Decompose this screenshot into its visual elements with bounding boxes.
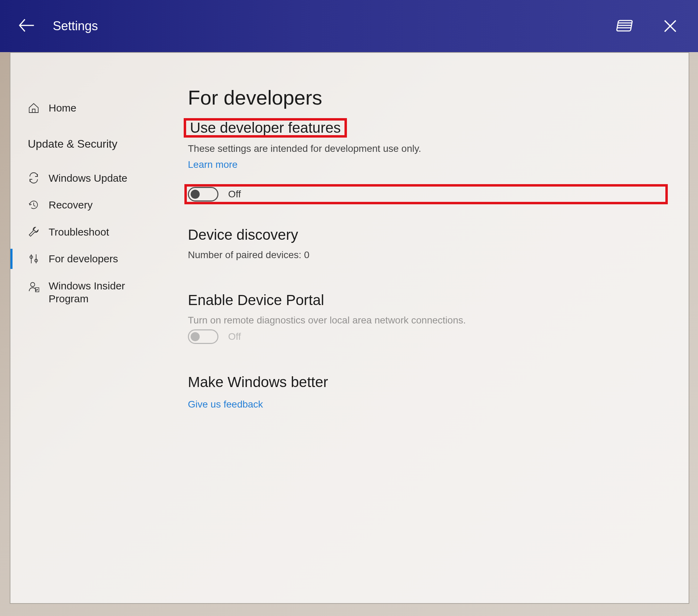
give-feedback-link[interactable]: Give us feedback — [188, 399, 263, 410]
tablet-mode-icon — [615, 18, 635, 34]
titlebar: Settings — [0, 0, 698, 52]
developer-features-toggle[interactable] — [188, 187, 218, 202]
learn-more-link[interactable]: Learn more — [188, 159, 238, 170]
svg-point-13 — [31, 282, 35, 287]
home-icon — [28, 102, 40, 114]
sidebar-item-for-developers[interactable]: For developers — [10, 245, 168, 272]
device-portal-description: Turn on remote diagnostics over local ar… — [188, 315, 664, 326]
section-device-portal: Enable Device Portal — [188, 292, 664, 309]
sidebar-item-label: Troubleshoot — [49, 225, 109, 239]
history-icon — [28, 199, 40, 211]
sliders-icon — [28, 253, 40, 265]
paired-devices-count: Number of paired devices: 0 — [188, 249, 664, 261]
sidebar-item-windows-update[interactable]: Windows Update — [10, 165, 168, 192]
sidebar-item-home[interactable]: Home — [10, 95, 168, 122]
main-content: For developers Use developer features Th… — [168, 53, 689, 603]
sidebar-item-label: Recovery — [49, 198, 93, 212]
wrench-icon — [28, 226, 40, 238]
close-button[interactable] — [656, 12, 684, 40]
section-make-windows-better: Make Windows better — [188, 374, 664, 391]
svg-point-15 — [36, 289, 38, 290]
section-use-developer-features: Use developer features — [188, 119, 343, 137]
toggle-state-label: Off — [228, 331, 241, 342]
section-device-discovery: Device discovery — [188, 227, 664, 243]
svg-line-8 — [34, 205, 35, 206]
dev-features-description: These settings are intended for developm… — [188, 143, 664, 154]
sidebar: Home Update & Security Windows Update — [10, 53, 168, 603]
sidebar-item-insider[interactable]: Windows Insider Program — [10, 272, 168, 312]
sync-icon — [28, 172, 40, 184]
sidebar-item-label: Windows Insider Program — [49, 279, 125, 305]
sidebar-item-recovery[interactable]: Recovery — [10, 191, 168, 219]
sidebar-item-troubleshoot[interactable]: Troubleshoot — [10, 219, 168, 246]
page-title: For developers — [188, 86, 664, 109]
arrow-left-icon — [17, 16, 35, 34]
person-badge-icon — [28, 281, 40, 293]
back-button[interactable] — [17, 16, 35, 36]
device-portal-toggle — [188, 329, 218, 344]
app-title: Settings — [53, 19, 98, 33]
toggle-knob — [191, 332, 200, 341]
sidebar-item-label: Home — [49, 101, 76, 115]
close-icon — [663, 18, 678, 34]
toggle-state-label: Off — [228, 189, 241, 200]
sidebar-category: Update & Security — [10, 130, 168, 158]
sidebar-category-label: Update & Security — [28, 137, 117, 151]
sidebar-item-label: Windows Update — [49, 172, 127, 185]
settings-window: Home Update & Security Windows Update — [10, 52, 689, 604]
toggle-knob — [191, 190, 200, 199]
tablet-mode-button[interactable] — [611, 12, 639, 40]
sidebar-item-label: For developers — [49, 252, 118, 265]
